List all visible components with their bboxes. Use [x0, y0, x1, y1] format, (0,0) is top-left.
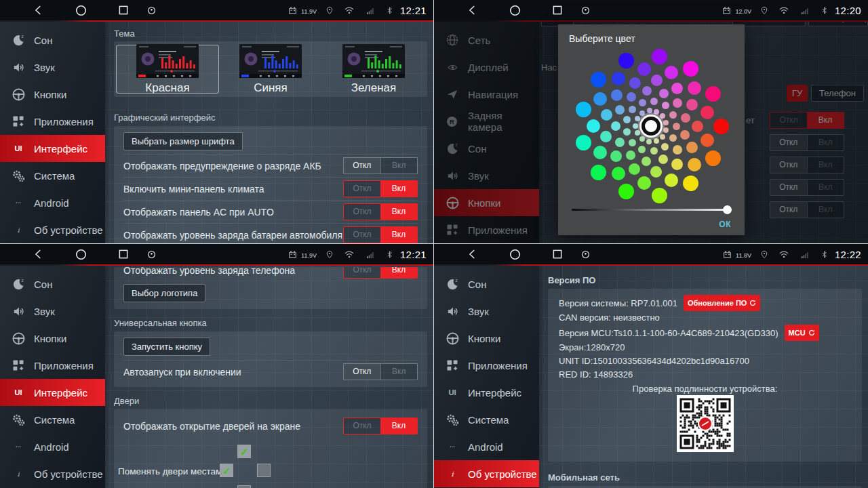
color-swatch-dot[interactable] [660, 134, 665, 140]
toggle-on-option[interactable]: Вкл [380, 418, 417, 434]
color-swatch-dot[interactable] [593, 92, 607, 106]
theme-card[interactable]: Синяя [219, 45, 322, 94]
on-off-toggle[interactable]: ОтклВкл [343, 226, 418, 243]
sidebar-item-gears[interactable]: Система [434, 406, 539, 433]
color-swatch-dot[interactable] [618, 53, 634, 68]
color-swatch-dot[interactable] [612, 72, 625, 85]
color-swatch-dot[interactable] [652, 49, 667, 64]
color-swatch-dot[interactable] [686, 142, 698, 153]
toggle-on-option[interactable]: Вкл [380, 267, 417, 278]
color-swatch-dot[interactable] [688, 158, 701, 171]
color-swatch-dot[interactable] [654, 109, 659, 115]
color-swatch-dot[interactable] [646, 139, 652, 144]
recents-nav-icon[interactable] [117, 4, 130, 16]
home-nav-icon[interactable] [509, 4, 521, 17]
on-off-toggle[interactable]: ОтклВкл [343, 203, 418, 220]
color-swatch-dot[interactable] [633, 123, 638, 129]
color-swatch-dot[interactable] [629, 106, 636, 113]
toggle-on-option[interactable]: Вкл [380, 158, 418, 174]
color-swatch-dot[interactable] [618, 184, 634, 199]
toggle-on-option[interactable]: Вкл [380, 204, 417, 220]
sidebar-item-moon[interactable]: zСон [0, 26, 105, 54]
color-swatch-dot[interactable] [651, 75, 663, 86]
color-swatch-dot[interactable] [673, 98, 682, 108]
color-swatch-dot[interactable] [637, 176, 651, 190]
color-swatch-dot[interactable] [591, 72, 606, 87]
color-swatch-dot[interactable] [591, 165, 606, 180]
sidebar-item-dots[interactable]: Android [0, 433, 105, 460]
ok-button[interactable]: ОК [719, 220, 731, 229]
selected-color-marker[interactable] [642, 117, 660, 136]
color-swatch-dot[interactable] [626, 150, 635, 160]
color-swatch-dot[interactable] [639, 136, 645, 142]
on-off-toggle[interactable]: ОтклВкл [343, 157, 418, 174]
color-swatch-dot[interactable] [659, 89, 669, 98]
recents-nav-icon[interactable] [551, 248, 564, 260]
on-off-toggle[interactable]: ОтклВкл [343, 180, 418, 197]
color-swatch-dot[interactable] [669, 111, 677, 119]
sidebar-item-steering-wheel[interactable]: Кнопки [0, 81, 105, 108]
sidebar-item-ui[interactable]: UIИнтерфейс [0, 379, 105, 406]
toggle-off-option[interactable]: Откл [344, 181, 380, 197]
sidebar-item-steering-wheel[interactable]: Кнопки [0, 325, 105, 352]
color-swatch-dot[interactable] [652, 188, 667, 203]
sidebar-item-gears[interactable]: Система [0, 406, 105, 433]
home-nav-icon[interactable] [509, 248, 521, 261]
color-swatch-dot[interactable] [662, 102, 669, 109]
floating-app-icon[interactable] [581, 250, 590, 259]
sidebar-item-dots[interactable]: Android [0, 189, 105, 216]
toggle-off-option[interactable]: Откл [344, 418, 380, 434]
home-nav-icon[interactable] [75, 4, 87, 17]
color-swatch-dot[interactable] [610, 150, 622, 162]
sidebar-item-dots[interactable]: Android [434, 433, 539, 460]
color-swatch-dot[interactable] [601, 109, 612, 121]
color-swatch-dot[interactable] [642, 86, 652, 96]
logo-select-button[interactable]: Выбор логотипа [123, 284, 205, 302]
color-swatch-dot[interactable] [639, 99, 646, 106]
toggle-on-option[interactable]: Вкл [380, 364, 418, 380]
color-swatch-dot[interactable] [701, 106, 714, 119]
color-wheel[interactable] [558, 42, 745, 210]
color-swatch-dot[interactable] [680, 130, 690, 140]
door-checkbox-front[interactable] [237, 445, 251, 458]
color-swatch-dot[interactable] [660, 113, 665, 119]
color-swatch-dot[interactable] [638, 146, 646, 153]
back-nav-icon[interactable] [467, 4, 479, 16]
back-nav-icon[interactable] [467, 248, 479, 260]
sidebar-item-ui[interactable]: UIИнтерфейс [434, 379, 539, 406]
toggle-off-option[interactable]: Откл [344, 227, 380, 243]
floating-app-icon[interactable] [581, 6, 590, 15]
sidebar-item-info[interactable]: iОб устройстве [0, 460, 105, 487]
color-swatch-dot[interactable] [705, 86, 721, 102]
theme-card[interactable]: Зеленая [322, 45, 425, 94]
color-swatch-dot[interactable] [701, 134, 714, 147]
color-swatch-dot[interactable] [665, 66, 678, 79]
sidebar-item-steering-wheel[interactable]: Кнопки [434, 325, 539, 352]
font-size-button[interactable]: Выбрать размер шрифта [123, 132, 243, 150]
run-button[interactable]: Запустить кнопку [123, 338, 210, 356]
color-swatch-dot[interactable] [650, 147, 658, 155]
sidebar-item-apps[interactable]: Приложения [434, 352, 539, 379]
color-swatch-dot[interactable] [650, 98, 658, 105]
back-nav-icon[interactable] [33, 248, 45, 260]
sidebar-item-volume[interactable]: Звук [0, 54, 105, 81]
color-swatch-dot[interactable] [705, 150, 721, 166]
color-swatch-dot[interactable] [612, 167, 625, 180]
color-swatch-dot[interactable] [576, 135, 591, 150]
color-swatch-dot[interactable] [635, 116, 640, 121]
color-swatch-dot[interactable] [663, 127, 669, 133]
color-swatch-dot[interactable] [647, 108, 652, 113]
toggle-on-option[interactable]: Вкл [380, 181, 417, 197]
sidebar-item-moon[interactable]: zСон [434, 270, 539, 298]
color-swatch-dot[interactable] [629, 77, 641, 89]
sidebar-item-info[interactable]: iОб устройстве [434, 460, 539, 487]
recents-nav-icon[interactable] [117, 248, 130, 260]
color-swatch-dot[interactable] [615, 138, 625, 147]
toggle-off-option[interactable]: Откл [344, 204, 380, 220]
color-swatch-dot[interactable] [688, 81, 701, 95]
toggle-on-option[interactable]: Вкл [380, 227, 417, 243]
color-swatch-dot[interactable] [683, 61, 698, 77]
color-swatch-dot[interactable] [623, 116, 631, 123]
color-swatch-dot[interactable] [669, 134, 677, 142]
sidebar-item-moon[interactable]: zСон [0, 270, 105, 298]
